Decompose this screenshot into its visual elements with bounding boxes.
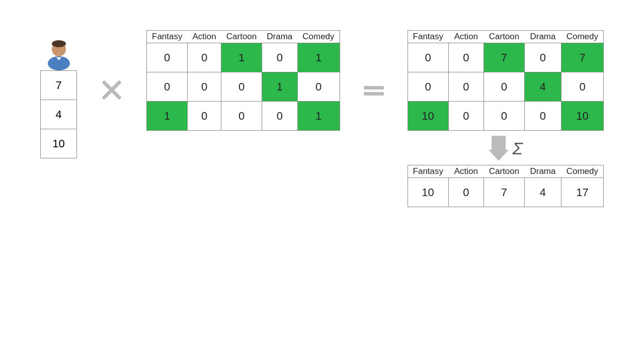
genre-matrix-cell: 1 bbox=[262, 72, 297, 102]
ratings-table: 7410 bbox=[40, 70, 77, 158]
genre-matrix-table: FantasyActionCartoonDramaComedy 00101000… bbox=[146, 30, 340, 131]
sum-arrow-sigma: Σ bbox=[489, 136, 523, 161]
genre-matrix-cell: 0 bbox=[147, 43, 188, 72]
result-matrix-cell: 7 bbox=[561, 43, 604, 72]
sum-value-cell: 17 bbox=[561, 178, 604, 207]
sum-genre-header: Drama bbox=[524, 165, 561, 178]
genre-matrix-cell: 1 bbox=[221, 43, 262, 72]
sum-row-table: FantasyActionCartoonDramaComedy 1007417 bbox=[408, 165, 604, 207]
genre-matrix-cell: 0 bbox=[147, 72, 188, 102]
result-matrix-cell: 0 bbox=[524, 43, 561, 72]
result-matrix-cell: 0 bbox=[561, 72, 604, 102]
result-genre-header: Cartoon bbox=[484, 31, 524, 43]
rating-cell: 4 bbox=[41, 100, 77, 129]
genre-header: Cartoon bbox=[221, 31, 262, 43]
result-matrix-cell: 0 bbox=[448, 43, 484, 72]
result-matrix-cell: 0 bbox=[408, 72, 448, 102]
result-matrix-cell: 0 bbox=[448, 102, 484, 131]
genre-matrix-cell: 0 bbox=[262, 43, 297, 72]
user-ratings-section: 7410 bbox=[40, 35, 77, 158]
sum-genre-header: Comedy bbox=[561, 165, 604, 178]
genre-matrix-cell: 0 bbox=[188, 43, 221, 72]
sigma-symbol: Σ bbox=[513, 139, 523, 158]
result-matrix-table: FantasyActionCartoonDramaComedy 00707000… bbox=[408, 30, 604, 131]
result-matrix-cell: 0 bbox=[524, 102, 561, 131]
sum-value-cell: 10 bbox=[408, 178, 448, 207]
result-genre-header: Comedy bbox=[561, 31, 604, 43]
genre-matrix-cell: 0 bbox=[221, 102, 262, 131]
sum-genre-header: Fantasy bbox=[408, 165, 448, 178]
genre-header: Fantasy bbox=[147, 31, 188, 43]
genre-header: Drama bbox=[262, 31, 297, 43]
genre-matrix-section: FantasyActionCartoonDramaComedy 00101000… bbox=[146, 30, 340, 131]
genre-matrix-cell: 0 bbox=[221, 72, 262, 102]
multiply-operator bbox=[102, 80, 121, 104]
user-avatar bbox=[41, 35, 76, 70]
rating-cell: 7 bbox=[41, 71, 77, 100]
svg-rect-6 bbox=[364, 86, 384, 89]
genre-matrix-cell: 1 bbox=[147, 102, 188, 131]
result-section: FantasyActionCartoonDramaComedy 00707000… bbox=[408, 30, 604, 207]
svg-rect-7 bbox=[364, 92, 384, 96]
sum-value-cell: 4 bbox=[524, 178, 561, 207]
result-genre-header: Fantasy bbox=[408, 31, 448, 43]
genre-header: Action bbox=[188, 31, 221, 43]
result-genre-header: Drama bbox=[524, 31, 561, 43]
genre-matrix-cell: 1 bbox=[297, 102, 340, 131]
result-matrix-cell: 4 bbox=[524, 72, 561, 102]
genre-matrix-cell: 0 bbox=[262, 102, 297, 131]
down-arrow bbox=[489, 136, 509, 161]
genre-matrix-cell: 0 bbox=[297, 72, 340, 102]
result-genre-header: Action bbox=[448, 31, 484, 43]
result-matrix-cell: 0 bbox=[448, 72, 484, 102]
sum-genre-header: Cartoon bbox=[484, 165, 524, 178]
equals-operator bbox=[363, 83, 385, 100]
sum-genre-header: Action bbox=[448, 165, 484, 178]
genre-header: Comedy bbox=[297, 31, 340, 43]
result-matrix-cell: 0 bbox=[408, 43, 448, 72]
genre-matrix-cell: 0 bbox=[188, 72, 221, 102]
sum-value-cell: 0 bbox=[448, 178, 484, 207]
result-matrix-cell: 7 bbox=[484, 43, 524, 72]
sum-value-cell: 7 bbox=[484, 178, 524, 207]
genre-matrix-cell: 0 bbox=[188, 102, 221, 131]
result-matrix-cell: 0 bbox=[484, 72, 524, 102]
genre-matrix-cell: 1 bbox=[297, 43, 340, 72]
result-matrix-cell: 10 bbox=[408, 102, 448, 131]
result-matrix-cell: 0 bbox=[484, 102, 524, 131]
result-matrix-cell: 10 bbox=[561, 102, 604, 131]
svg-point-2 bbox=[52, 40, 66, 47]
rating-cell: 10 bbox=[41, 129, 77, 158]
